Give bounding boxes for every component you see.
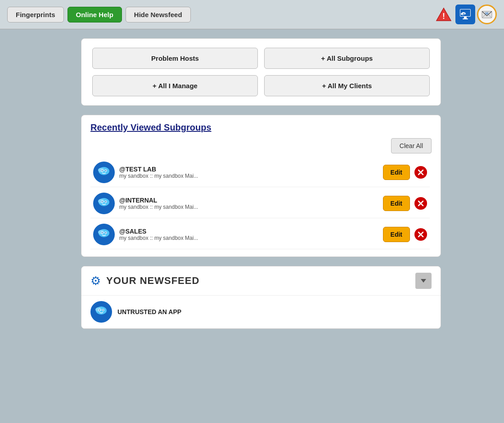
subgroup-icon-sales: [93, 224, 115, 245]
remove-button-test-lab[interactable]: [414, 166, 427, 179]
svg-point-33: [102, 232, 103, 233]
newsfeed-item-text: UNTRUSTED AN APP: [117, 308, 181, 315]
newsfeed-item-icon: [90, 301, 112, 323]
svg-point-34: [105, 232, 106, 233]
svg-point-25: [102, 201, 103, 202]
subgroup-name-test-lab: @TEST LAB: [119, 166, 378, 173]
svg-point-42: [99, 310, 100, 310]
quick-access-panel: Problem Hosts + All Subgroups + All I Ma…: [81, 38, 441, 106]
subgroup-path-internal: my sandbox :: my sandbox Mai...: [119, 204, 378, 210]
newsfeed-collapse-button[interactable]: [415, 273, 432, 289]
all-i-manage-button[interactable]: + All I Manage: [92, 75, 258, 96]
subgroup-info-internal: @INTERNAL my sandbox :: my sandbox Mai..…: [119, 197, 378, 210]
subgroup-info-test-lab: @TEST LAB my sandbox :: my sandbox Mai..…: [119, 166, 378, 179]
svg-point-43: [103, 310, 104, 310]
clear-all-row: Clear All: [90, 138, 432, 153]
top-nav: Fingerprints Online Help Hide Newsfeed !…: [0, 0, 504, 29]
online-help-nav-button[interactable]: Online Help: [68, 7, 122, 22]
edit-button-test-lab[interactable]: Edit: [383, 165, 410, 180]
recently-viewed-title: Recently Viewed Subgroups: [90, 122, 432, 133]
subgroup-item-test-lab: @TEST LAB my sandbox :: my sandbox Mai..…: [90, 158, 430, 187]
hide-newsfeed-nav-button[interactable]: Hide Newsfeed: [126, 7, 191, 22]
problem-hosts-button[interactable]: Problem Hosts: [92, 48, 258, 69]
newsfeed-panel: ⚙ YOUR NEWSFEED UNTRUSTED AN APP: [81, 266, 441, 329]
subgroup-item-sales: @SALES my sandbox :: my sandbox Mai... E…: [90, 220, 430, 249]
gear-icon: ⚙: [90, 274, 101, 288]
svg-marker-37: [421, 279, 426, 283]
remove-button-internal[interactable]: [414, 197, 427, 210]
subgroup-icon-test-lab: [93, 162, 115, 183]
all-my-clients-button[interactable]: + All My Clients: [264, 75, 430, 96]
svg-text:✉: ✉: [485, 11, 489, 16]
main-content: Problem Hosts + All Subgroups + All I Ma…: [0, 29, 504, 338]
mail-icon[interactable]: ✉: [477, 4, 497, 24]
clear-all-button[interactable]: Clear All: [391, 138, 432, 153]
svg-text:!: !: [442, 12, 445, 21]
nav-icons: ! ☁ ✉: [434, 4, 497, 24]
monitor-icon[interactable]: ☁: [455, 4, 475, 24]
all-subgroups-button[interactable]: + All Subgroups: [264, 48, 430, 69]
edit-button-sales[interactable]: Edit: [383, 227, 410, 242]
svg-point-17: [102, 170, 103, 171]
newsfeed-title: YOUR NEWSFEED: [106, 275, 410, 287]
svg-rect-3: [464, 17, 467, 18]
subgroup-list: @TEST LAB my sandbox :: my sandbox Mai..…: [90, 158, 432, 249]
svg-text:☁: ☁: [462, 12, 465, 15]
subgroup-name-sales: @SALES: [119, 228, 378, 235]
recently-viewed-section: Recently Viewed Subgroups Clear All: [81, 115, 441, 257]
subgroup-item-internal: @INTERNAL my sandbox :: my sandbox Mai..…: [90, 189, 430, 218]
subgroup-info-sales: @SALES my sandbox :: my sandbox Mai...: [119, 228, 378, 241]
newsfeed-header: ⚙ YOUR NEWSFEED: [81, 266, 441, 296]
warning-icon[interactable]: !: [434, 4, 454, 24]
subgroup-name-internal: @INTERNAL: [119, 197, 378, 204]
edit-button-internal[interactable]: Edit: [383, 196, 410, 211]
subgroup-path-test-lab: my sandbox :: my sandbox Mai...: [119, 173, 378, 179]
newsfeed-item-untrusted-app: UNTRUSTED AN APP: [81, 296, 441, 328]
remove-button-sales[interactable]: [414, 228, 427, 241]
svg-point-26: [105, 201, 106, 202]
fingerprints-nav-button[interactable]: Fingerprints: [7, 7, 64, 22]
svg-point-18: [105, 170, 106, 171]
subgroup-icon-internal: [93, 193, 115, 214]
subgroup-path-sales: my sandbox :: my sandbox Mai...: [119, 235, 378, 241]
svg-rect-4: [463, 18, 468, 19]
